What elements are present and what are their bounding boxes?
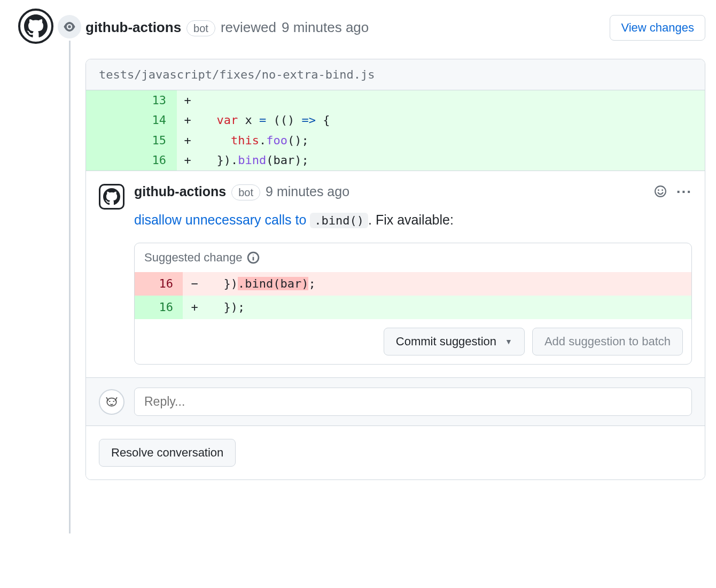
reviewer-avatar[interactable] — [18, 9, 53, 44]
cat-avatar-icon — [104, 394, 120, 410]
reply-input[interactable] — [134, 388, 692, 416]
comment-author[interactable]: github-actions — [134, 184, 226, 199]
svg-point-6 — [253, 254, 254, 256]
review-timestamp[interactable]: 9 minutes ago — [282, 19, 369, 36]
bot-badge: bot — [186, 20, 215, 36]
svg-point-2 — [658, 189, 659, 191]
eye-icon — [63, 20, 76, 33]
review-box: tests/javascript/fixes/no-extra-bind.js … — [85, 59, 705, 480]
svg-point-3 — [661, 189, 663, 191]
comment-avatar[interactable] — [99, 184, 124, 210]
caret-down-icon: ▼ — [505, 337, 512, 346]
diff-line: 16+ }).bind(bar); — [86, 150, 705, 170]
smiley-icon — [654, 185, 667, 198]
file-path[interactable]: tests/javascript/fixes/no-extra-bind.js — [86, 59, 705, 90]
inline-code: .bind() — [310, 213, 368, 228]
suggestion-label: Suggested change — [144, 251, 243, 265]
comment-timestamp[interactable]: 9 minutes ago — [266, 184, 349, 199]
resolve-conversation-button[interactable]: Resolve conversation — [99, 439, 236, 467]
add-reaction-button[interactable] — [654, 185, 667, 199]
suggestion-deletion-row: 16 − }).bind(bar); — [135, 272, 691, 296]
commit-suggestion-button[interactable]: Commit suggestion ▼ — [384, 328, 525, 355]
diff-table: 13+14+ var x = (() => {15+ this.foo();16… — [86, 90, 705, 171]
diff-line: 14+ var x = (() => { — [86, 110, 705, 130]
suggestion-addition-row: 16 + }); — [135, 296, 691, 319]
github-mark-icon — [103, 188, 120, 205]
timeline-connector — [69, 41, 71, 533]
info-icon[interactable] — [247, 251, 260, 264]
svg-point-0 — [68, 25, 71, 28]
rule-link[interactable]: disallow unnecessary calls to — [134, 212, 310, 227]
github-mark-icon — [24, 14, 48, 38]
bot-badge: bot — [231, 184, 260, 200]
comment-menu-button[interactable]: ··· — [676, 190, 692, 194]
comment-text: disallow unnecessary calls to .bind(). F… — [134, 212, 692, 228]
suggestion-box: Suggested change 16 − }).bind(bar); 16 — [134, 243, 692, 365]
diff-line: 13+ — [86, 90, 705, 110]
svg-point-1 — [655, 186, 666, 197]
view-changes-button[interactable]: View changes — [610, 15, 705, 41]
add-suggestion-to-batch-button[interactable]: Add suggestion to batch — [532, 328, 683, 355]
current-user-avatar[interactable] — [99, 389, 124, 415]
reviewer-name[interactable]: github-actions — [85, 19, 181, 36]
review-action-text: reviewed — [221, 19, 276, 36]
review-event-badge — [58, 15, 81, 38]
suggestion-diff: 16 − }).bind(bar); 16 + }); — [135, 272, 691, 319]
diff-line: 15+ this.foo(); — [86, 130, 705, 150]
